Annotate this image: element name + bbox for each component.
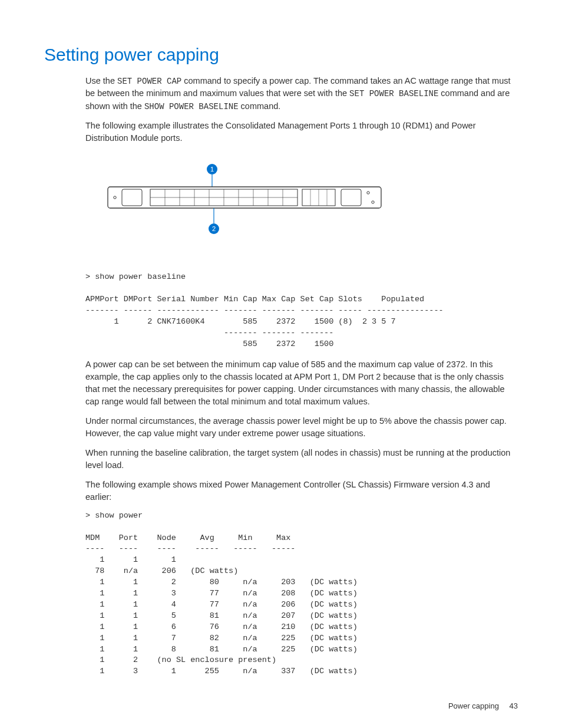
footer-page-number: 43 (510, 701, 518, 710)
paragraph-normal-circumstances: Under normal circumstances, the average … (85, 415, 518, 440)
paragraph-baseline-calibration: When running the baseline calibration, t… (85, 447, 518, 472)
intro-paragraph-2: The following example illustrates the Co… (85, 120, 518, 144)
text: command. (239, 101, 281, 111)
cli-show-power: > show power MDM Port Node Avg Min Max -… (85, 510, 518, 677)
device-diagram: 1 2 (103, 162, 518, 249)
svg-text:1: 1 (210, 166, 214, 173)
page-title: Setting power capping (44, 41, 518, 68)
page-footer: Power capping 43 (448, 700, 518, 712)
paragraph-cap-range: A power cap can be set between the minim… (85, 358, 518, 408)
cli-show-power-baseline: > show power baseline APMPort DMPort Ser… (85, 272, 518, 350)
cmd-set-power-baseline: SET POWER BASELINE (349, 89, 438, 98)
cmd-set-power-cap: SET POWER CAP (117, 77, 181, 86)
chassis-svg: 1 2 (103, 162, 386, 245)
paragraph-mixed-firmware: The following example shows mixed Power … (85, 479, 518, 503)
text: Use the (85, 76, 117, 85)
cmd-show-power-baseline: SHOW POWER BASELINE (144, 102, 239, 111)
svg-text:2: 2 (212, 225, 216, 232)
intro-paragraph-1: Use the SET POWER CAP command to specify… (85, 75, 518, 113)
footer-section: Power capping (448, 701, 499, 710)
